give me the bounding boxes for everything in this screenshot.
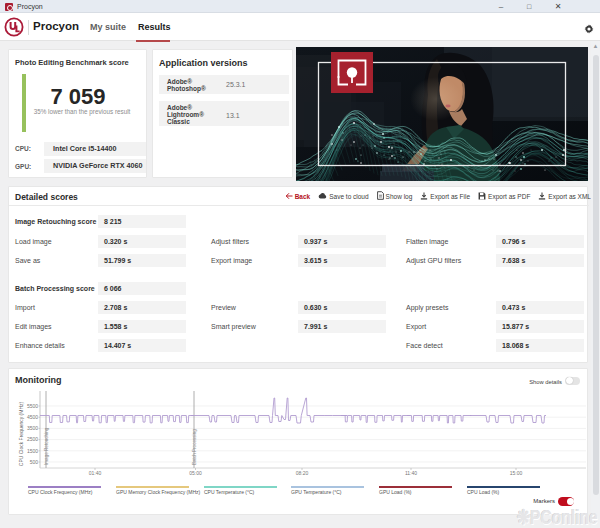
svg-text:01:40: 01:40 — [89, 470, 102, 476]
svg-text:11:40: 11:40 — [405, 470, 417, 476]
svg-text:08:20: 08:20 — [296, 470, 309, 476]
svg-text:Image Retouching: Image Retouching — [44, 427, 49, 465]
svg-text:CPU Clock Frequency (MHz): CPU Clock Frequency (MHz) — [18, 401, 24, 466]
svg-text:05:00: 05:00 — [189, 470, 202, 476]
svg-text:500: 500 — [30, 459, 39, 465]
svg-text:2500: 2500 — [27, 436, 38, 442]
svg-text:Batch Processing: Batch Processing — [192, 429, 197, 465]
svg-text:1500: 1500 — [27, 448, 38, 454]
svg-text:5500: 5500 — [27, 403, 38, 409]
svg-text:3500: 3500 — [27, 425, 38, 431]
svg-text:4500: 4500 — [27, 414, 38, 420]
svg-text:15:00: 15:00 — [510, 470, 523, 476]
